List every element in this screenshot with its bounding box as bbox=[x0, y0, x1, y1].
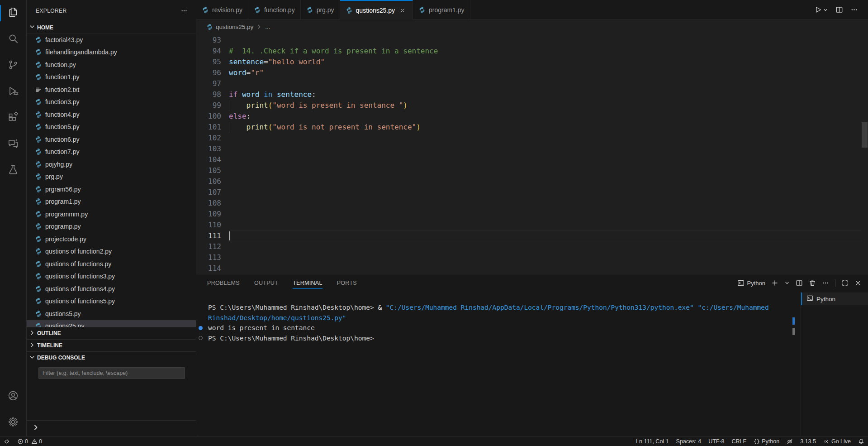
file-item[interactable]: projectcode.py bbox=[27, 233, 196, 245]
code-line-95[interactable]: 95sentence="hello world" bbox=[196, 57, 868, 67]
file-item[interactable]: prg.py bbox=[27, 171, 196, 183]
file-item[interactable]: factorial43.py bbox=[27, 34, 196, 46]
code-line-105[interactable]: 105 bbox=[196, 165, 868, 176]
activity-item-extensions[interactable] bbox=[0, 105, 26, 131]
kill-terminal-button[interactable] bbox=[809, 279, 816, 287]
status-notifications[interactable] bbox=[854, 436, 868, 446]
status-cursor-position[interactable]: Ln 111, Col 1 bbox=[632, 436, 673, 446]
file-item[interactable]: function.py bbox=[27, 58, 196, 71]
status-language-mode[interactable]: Python bbox=[750, 436, 783, 446]
file-item[interactable]: prgram56.py bbox=[27, 183, 196, 196]
code-line-109[interactable]: 109 bbox=[196, 209, 868, 220]
close-tab-button[interactable] bbox=[398, 6, 407, 15]
breadcrumb-file[interactable]: qustions25.py bbox=[216, 24, 253, 30]
file-item[interactable]: program1.py bbox=[27, 196, 196, 208]
code-line-100[interactable]: 100else: bbox=[196, 111, 868, 122]
file-item[interactable]: qustions of functions.py bbox=[27, 258, 196, 270]
activity-item-manage[interactable] bbox=[0, 410, 26, 436]
section-timeline[interactable]: TIMELINE bbox=[27, 339, 196, 351]
activity-item-explorer[interactable] bbox=[0, 0, 26, 26]
terminal-tab-python[interactable]: Python bbox=[801, 293, 868, 305]
code-line-93[interactable]: 93 bbox=[196, 35, 868, 46]
activity-item-run-and-debug[interactable] bbox=[0, 79, 26, 105]
breadcrumb-symbol[interactable]: ... bbox=[265, 24, 270, 30]
terminal-output[interactable]: PS C:\Users\Muhammed Rinshad\Desktop\hom… bbox=[196, 292, 801, 436]
status-python-version[interactable]: 3.13.5 bbox=[797, 436, 820, 446]
status-copilot[interactable] bbox=[783, 436, 797, 446]
activity-item-chat[interactable] bbox=[0, 131, 26, 158]
status-go-live[interactable]: Go Live bbox=[820, 436, 854, 446]
file-item[interactable]: function7.py bbox=[27, 146, 196, 158]
terminal-launch-dropdown[interactable] bbox=[784, 280, 790, 286]
code-editor[interactable]: 9394# 14. .Check if a word is present in… bbox=[196, 33, 868, 274]
explorer-more-actions-button[interactable] bbox=[180, 6, 189, 15]
run-python-file-button[interactable] bbox=[814, 6, 828, 14]
code-line-113[interactable]: 113 bbox=[196, 252, 868, 263]
status-eol[interactable]: CRLF bbox=[728, 436, 750, 446]
panel-tab-problems[interactable]: PROBLEMS bbox=[207, 277, 240, 289]
new-terminal-button[interactable] bbox=[771, 279, 778, 287]
activity-item-source-control[interactable] bbox=[0, 53, 26, 79]
file-item[interactable]: function2.txt bbox=[27, 83, 196, 96]
file-item[interactable]: qustions of function2.py bbox=[27, 245, 196, 258]
code-line-108[interactable]: 108 bbox=[196, 198, 868, 209]
file-item[interactable]: qustions of functions5.py bbox=[27, 295, 196, 308]
tab-function.py[interactable]: function.py bbox=[248, 0, 301, 20]
split-editor-button[interactable] bbox=[835, 6, 843, 14]
file-item[interactable]: qustions5.py bbox=[27, 307, 196, 320]
activity-item-search[interactable] bbox=[0, 26, 26, 53]
chevron-down-icon[interactable] bbox=[823, 7, 828, 13]
code-line-94[interactable]: 94# 14. .Check if a word is present in a… bbox=[196, 46, 868, 57]
file-item[interactable]: function3.py bbox=[27, 96, 196, 109]
panel-more-actions-button[interactable] bbox=[822, 279, 829, 287]
status-encoding[interactable]: UTF-8 bbox=[705, 436, 728, 446]
problems-indicator[interactable]: 0 0 bbox=[14, 436, 47, 446]
close-panel-button[interactable] bbox=[854, 279, 862, 287]
code-line-112[interactable]: 112 bbox=[196, 241, 868, 252]
tab-qustions25.py[interactable]: qustions25.py bbox=[340, 0, 413, 20]
code-line-107[interactable]: 107 bbox=[196, 187, 868, 198]
file-item[interactable]: qustions of functions3.py bbox=[27, 270, 196, 283]
file-item[interactable]: pojyhg.py bbox=[27, 158, 196, 171]
more-actions-button[interactable] bbox=[850, 6, 858, 14]
section-debug-console[interactable]: DEBUG CONSOLE bbox=[27, 351, 196, 364]
file-item[interactable]: function4.py bbox=[27, 108, 196, 121]
remote-indicator[interactable] bbox=[0, 436, 14, 446]
maximize-panel-button[interactable] bbox=[841, 279, 849, 287]
code-line-110[interactable]: 110 bbox=[196, 220, 868, 230]
code-line-101[interactable]: 101 print("word is not present in senten… bbox=[196, 122, 868, 133]
file-item[interactable]: filehandlingandlambda.py bbox=[27, 46, 196, 59]
code-line-104[interactable]: 104 bbox=[196, 154, 868, 165]
code-line-98[interactable]: 98if word in sentence: bbox=[196, 89, 868, 100]
panel-tab-terminal[interactable]: TERMINAL bbox=[293, 277, 323, 289]
code-line-96[interactable]: 96word="r" bbox=[196, 67, 868, 78]
code-line-106[interactable]: 106 bbox=[196, 176, 868, 187]
code-line-111[interactable]: 111 bbox=[196, 230, 868, 241]
code-line-103[interactable]: 103 bbox=[196, 144, 868, 154]
file-item[interactable]: function5.py bbox=[27, 121, 196, 134]
section-home[interactable]: HOME bbox=[27, 22, 196, 34]
tab-prg.py[interactable]: prg.py bbox=[301, 0, 340, 20]
sidebar-collapsed-section[interactable] bbox=[27, 420, 196, 436]
file-item[interactable]: qustions of functions4.py bbox=[27, 283, 196, 295]
file-item[interactable]: function6.py bbox=[27, 133, 196, 146]
panel-tab-ports[interactable]: PORTS bbox=[337, 277, 357, 289]
code-line-99[interactable]: 99 print("word is present in sentance ") bbox=[196, 100, 868, 111]
tab-revision.py[interactable]: revision.py bbox=[196, 0, 248, 20]
activity-item-accounts[interactable] bbox=[0, 384, 26, 410]
file-item[interactable]: function1.py bbox=[27, 71, 196, 84]
tab-program1.py[interactable]: program1.py bbox=[413, 0, 470, 20]
code-line-114[interactable]: 114 bbox=[196, 263, 868, 274]
code-line-97[interactable]: 97 bbox=[196, 78, 868, 89]
panel-tab-output[interactable]: OUTPUT bbox=[254, 277, 278, 289]
file-item[interactable]: programmm.py bbox=[27, 208, 196, 221]
debug-console-filter-input[interactable] bbox=[38, 367, 185, 379]
chevron-right-icon bbox=[28, 341, 36, 350]
code-line-102[interactable]: 102 bbox=[196, 133, 868, 144]
section-outline[interactable]: OUTLINE bbox=[27, 327, 196, 339]
activity-item-testing[interactable] bbox=[0, 158, 26, 184]
status-indentation[interactable]: Spaces: 4 bbox=[673, 436, 705, 446]
split-terminal-button[interactable] bbox=[796, 279, 803, 287]
file-item[interactable]: qustions25.py bbox=[27, 320, 196, 327]
file-item[interactable]: programp.py bbox=[27, 221, 196, 233]
